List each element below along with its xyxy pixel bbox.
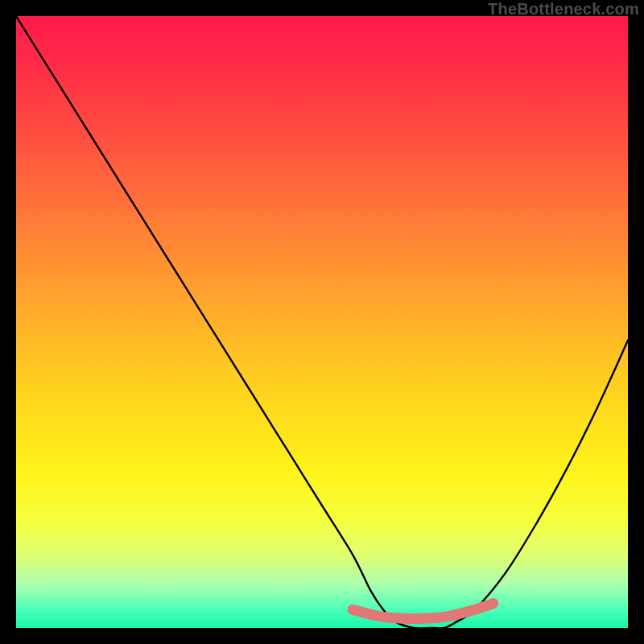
- chart-container: TheBottleneck.com: [0, 0, 644, 644]
- flat-bottom-marker-path: [353, 604, 493, 619]
- bottleneck-curve-path: [16, 16, 628, 629]
- plot-area: [16, 16, 628, 628]
- curve-svg: [16, 16, 628, 628]
